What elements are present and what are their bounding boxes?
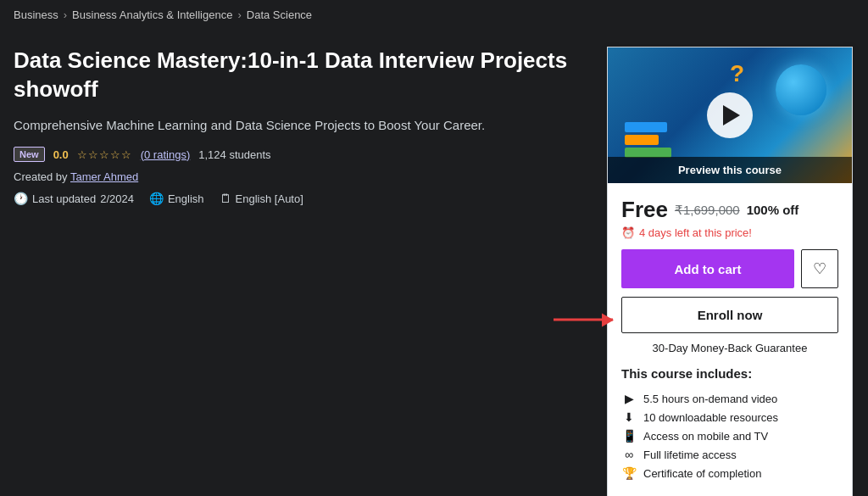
clock-icon: 🕐 [14, 192, 28, 205]
new-badge: New [14, 147, 45, 162]
cart-row: Add to cart ♡ [621, 249, 838, 288]
money-back-guarantee: 30-Day Money-Back Guarantee [621, 342, 838, 354]
enroll-arrow [554, 318, 613, 320]
students-count: 1,124 students [198, 148, 270, 161]
includes-resources-text: 10 downloadable resources [643, 411, 778, 424]
creator-row: Created by Tamer Ahmed [14, 170, 593, 183]
includes-title: This course includes: [621, 366, 838, 381]
includes-item-certificate: 🏆 Certificate of completion [621, 464, 838, 482]
includes-list: ▶ 5.5 hours on-demand video ⬇ 10 downloa… [621, 389, 838, 482]
question-mark-deco: ? [730, 60, 744, 87]
card-body: Free ₹1,699,000 100% off ⏰ 4 days left a… [608, 183, 852, 496]
enroll-wrapper: Enroll now [621, 297, 838, 342]
infinity-icon: ∞ [621, 448, 637, 461]
includes-mobile-text: Access on mobile and TV [643, 430, 768, 443]
last-updated-value: 2/2024 [100, 192, 134, 205]
urgency-row: ⏰ 4 days left at this price! [621, 226, 838, 239]
course-header: Data Science Mastery:10-in-1 Data Interv… [0, 30, 868, 496]
star-rating: ☆☆☆☆☆ [77, 148, 132, 161]
enroll-now-button[interactable]: Enroll now [621, 297, 838, 333]
globe-icon: 🌐 [149, 192, 164, 205]
includes-video-text: 5.5 hours on-demand video [643, 393, 777, 405]
alarm-icon: ⏰ [621, 226, 635, 239]
heart-icon: ♡ [813, 259, 826, 278]
breadcrumb-sep-1: › [64, 8, 67, 21]
book-stack-deco [625, 122, 671, 158]
includes-item-lifetime: ∞ Full lifetime access [621, 445, 838, 464]
add-to-cart-button[interactable]: Add to cart [621, 249, 794, 288]
includes-lifetime-text: Full lifetime access [643, 449, 737, 461]
certificate-icon: 🏆 [621, 466, 637, 480]
wishlist-button[interactable]: ♡ [801, 249, 838, 288]
course-subtitle: Comprehensive Machine Learning and Data … [14, 116, 593, 136]
creator-label: Created by [14, 170, 68, 183]
breadcrumb-business[interactable]: Business [14, 8, 58, 21]
creator-link[interactable]: Tamer Ahmed [70, 170, 138, 183]
caption-icon: 🗒 [220, 192, 231, 205]
course-info-panel: Data Science Mastery:10-in-1 Data Interv… [14, 47, 607, 496]
includes-item-mobile: 📱 Access on mobile and TV [621, 426, 838, 445]
arrow-line [554, 318, 613, 320]
breadcrumb-sep-2: › [237, 8, 241, 21]
breadcrumb: Business › Business Analytics & Intellig… [0, 0, 868, 30]
course-card: ? Preview this course Free ₹1,699,000 10… [607, 47, 853, 496]
meta-row: New 0.0 ☆☆☆☆☆ (0 ratings) 1,124 students [14, 147, 593, 162]
price-free: Free [621, 197, 668, 223]
price-row: Free ₹1,699,000 100% off [621, 197, 838, 223]
mobile-icon: 📱 [621, 429, 637, 443]
language-value: English [168, 192, 204, 205]
play-triangle-icon [723, 105, 740, 125]
download-icon: ⬇ [621, 410, 637, 424]
sphere-deco [776, 64, 826, 115]
breadcrumb-current: Data Science [247, 8, 312, 21]
urgency-text: 4 days left at this price! [639, 226, 752, 239]
rating-score: 0.0 [53, 148, 69, 161]
preview-label: Preview this course [608, 157, 852, 183]
captions-value: English [Auto] [236, 192, 303, 205]
play-button[interactable] [707, 92, 753, 138]
video-icon: ▶ [621, 392, 637, 405]
preview-area[interactable]: ? Preview this course [608, 47, 852, 183]
includes-item-resources: ⬇ 10 downloadable resources [621, 408, 838, 426]
info-row: 🕐 Last updated 2/2024 🌐 English 🗒 Englis… [14, 192, 593, 205]
price-original: ₹1,699,000 [675, 203, 740, 218]
course-card-header: ? Preview this course Free ₹1,699,000 10… [607, 47, 853, 496]
ratings-link[interactable]: (0 ratings) [141, 148, 191, 161]
last-updated-label: Last updated [32, 192, 96, 205]
captions-item: 🗒 English [Auto] [220, 192, 303, 205]
price-discount: 100% off [747, 203, 799, 217]
language-item: 🌐 English [149, 192, 204, 205]
breadcrumb-analytics[interactable]: Business Analytics & Intelligence [72, 8, 232, 21]
includes-item-video: ▶ 5.5 hours on-demand video [621, 389, 838, 408]
last-updated-item: 🕐 Last updated 2/2024 [14, 192, 134, 205]
course-title: Data Science Mastery:10-in-1 Data Interv… [14, 47, 593, 104]
includes-certificate-text: Certificate of completion [643, 467, 761, 480]
book-2 [625, 135, 659, 145]
book-1 [625, 122, 667, 132]
